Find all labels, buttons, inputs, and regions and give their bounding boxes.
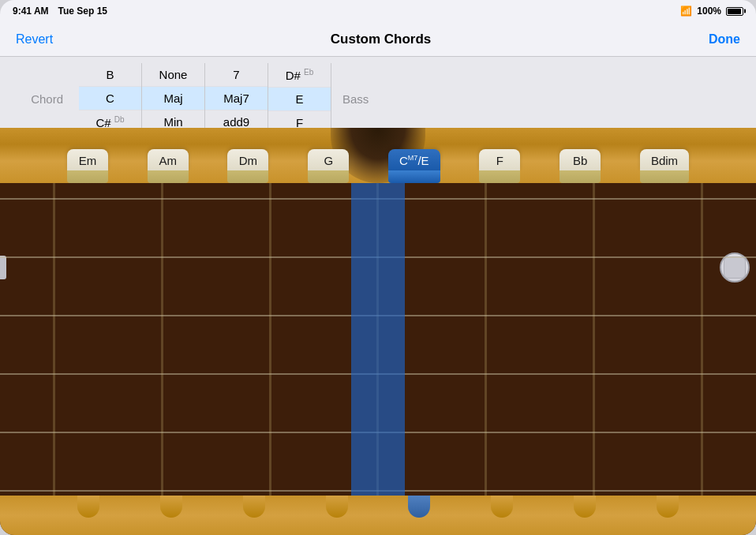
peg-bottom-bb bbox=[574, 496, 596, 518]
date: Tue Sep 15 bbox=[58, 6, 107, 17]
battery-icon bbox=[726, 7, 743, 16]
chord-btn-g[interactable]: G bbox=[308, 149, 349, 183]
chord-buttons-strip: Em Am Dm G CM7/E F bbox=[0, 149, 756, 183]
guitar-area bbox=[0, 141, 756, 535]
chord-btn-am[interactable]: Am bbox=[148, 149, 189, 183]
peg-bottom-dm bbox=[243, 496, 265, 518]
chord-btn-g-base bbox=[308, 170, 349, 183]
status-bar: 9:41 AM Tue Sep 15 📶 100% bbox=[0, 0, 756, 22]
fret-divider-2 bbox=[161, 141, 163, 535]
bass-label: Bass bbox=[342, 92, 369, 106]
chord-cell-c[interactable]: C bbox=[79, 87, 141, 110]
fret-divider-6 bbox=[593, 141, 595, 535]
wood-top-overlay: Em Am Dm G CM7/E F bbox=[0, 128, 756, 183]
active-column bbox=[351, 141, 405, 535]
peg-bottom-bdim bbox=[657, 496, 679, 518]
peg-bottom-cm7e bbox=[408, 496, 430, 518]
chord-label: Chord bbox=[0, 92, 79, 106]
chord-btn-bb[interactable]: Bb bbox=[560, 149, 601, 183]
chord-btn-bdim[interactable]: Bdim bbox=[640, 149, 689, 183]
chord-btn-bdim-base bbox=[640, 170, 689, 183]
chord-cell-maj7[interactable]: Maj7 bbox=[205, 87, 268, 110]
peg-bottom-am bbox=[160, 496, 182, 518]
page-title: Custom Chords bbox=[331, 32, 432, 47]
chord-cell-maj[interactable]: Maj bbox=[142, 87, 204, 110]
battery-percent: 100% bbox=[697, 6, 721, 17]
chord-btn-bb-base bbox=[560, 170, 601, 183]
chord-btn-dm-base bbox=[227, 170, 268, 183]
chord-btn-bb-label: Bb bbox=[560, 149, 601, 170]
chord-btn-bdim-label: Bdim bbox=[640, 149, 689, 170]
status-left: 9:41 AM Tue Sep 15 bbox=[13, 6, 107, 17]
peg-bottom-em bbox=[77, 496, 99, 518]
chord-col-bass-notes: D# Eb E F bbox=[268, 63, 331, 134]
fret-divider-7 bbox=[701, 141, 703, 535]
chord-cell-e[interactable]: E bbox=[268, 88, 331, 111]
chord-col-extension: 7 Maj7 add9 bbox=[205, 63, 268, 134]
chord-btn-f-base bbox=[479, 170, 520, 183]
time: 9:41 AM bbox=[13, 6, 49, 17]
revert-button[interactable]: Revert bbox=[16, 32, 53, 47]
chord-btn-cm7e-base bbox=[388, 170, 440, 183]
chord-btn-am-base bbox=[148, 170, 189, 183]
chord-cell-none[interactable]: None bbox=[142, 63, 204, 87]
status-right: 📶 100% bbox=[680, 6, 743, 17]
fret-divider-5 bbox=[485, 141, 487, 535]
chord-cell-7[interactable]: 7 bbox=[205, 63, 268, 87]
chord-btn-f[interactable]: F bbox=[479, 149, 520, 183]
chord-cell-ds[interactable]: D# Eb bbox=[268, 63, 331, 88]
chord-btn-em-label: Em bbox=[67, 149, 108, 170]
chord-col-notes: B C C# Db bbox=[79, 63, 142, 134]
chord-columns: B C C# Db None Maj Min 7 Maj7 add9 D# Eb… bbox=[79, 63, 756, 134]
peg-bottom-f bbox=[491, 496, 513, 518]
chord-btn-am-label: Am bbox=[148, 149, 189, 170]
chord-btn-cm7e-label: CM7/E bbox=[388, 149, 440, 170]
chord-btn-cm7e[interactable]: CM7/E bbox=[388, 149, 440, 183]
done-button[interactable]: Done bbox=[709, 32, 740, 47]
chord-col-quality: None Maj Min bbox=[142, 63, 205, 134]
chord-btn-em-base bbox=[67, 170, 108, 183]
bass-col: Bass bbox=[331, 63, 380, 134]
wood-top: Em Am Dm G CM7/E F bbox=[0, 128, 756, 183]
chord-btn-f-label: F bbox=[479, 149, 520, 170]
chord-btn-em[interactable]: Em bbox=[67, 149, 108, 183]
chord-btn-dm-label: Dm bbox=[227, 149, 268, 170]
wood-bottom bbox=[0, 496, 756, 535]
fret-divider-3 bbox=[269, 141, 271, 535]
wifi-icon: 📶 bbox=[680, 6, 692, 17]
fret-divider-1 bbox=[53, 141, 55, 535]
chord-btn-g-label: G bbox=[308, 149, 349, 170]
nav-bar: Revert Custom Chords Done bbox=[0, 22, 756, 57]
chord-cell-b[interactable]: B bbox=[79, 63, 141, 87]
peg-bottom-g bbox=[326, 496, 348, 518]
chord-btn-dm[interactable]: Dm bbox=[227, 149, 268, 183]
